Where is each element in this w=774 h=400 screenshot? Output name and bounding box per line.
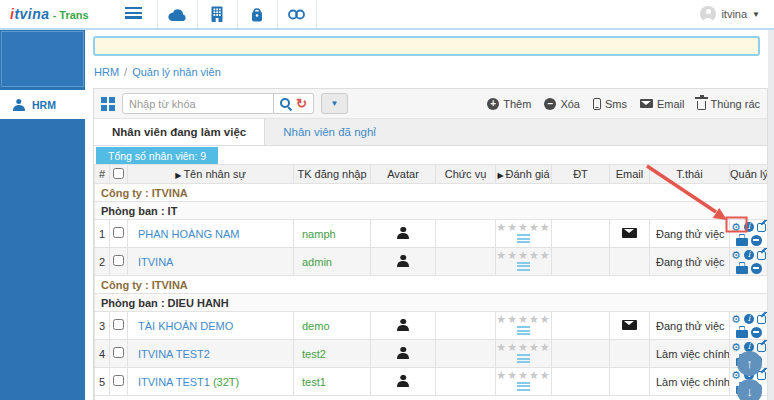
- sms-button[interactable]: Sms: [593, 98, 627, 110]
- rating-detail-icon[interactable]: [517, 326, 530, 335]
- nav-building-button[interactable]: [197, 0, 237, 28]
- briefcase-icon[interactable]: [736, 330, 748, 338]
- col-index: #: [95, 165, 110, 184]
- sort-icon: ▶: [497, 171, 503, 180]
- user-name: itvina: [721, 8, 747, 20]
- refresh-icon[interactable]: ↻: [296, 97, 307, 110]
- rating-detail-icon[interactable]: [517, 262, 530, 271]
- nav-cloud-button[interactable]: [157, 0, 197, 28]
- remove-icon[interactable]: [751, 327, 762, 338]
- employee-name-link[interactable]: ITVINA TEST1: [138, 376, 210, 388]
- edit-icon[interactable]: [757, 251, 766, 260]
- hamburger-menu-button[interactable]: [117, 7, 151, 21]
- rating-stars[interactable]: ★★★★★: [496, 342, 551, 353]
- col-name[interactable]: ▶Tên nhân sự: [128, 165, 294, 184]
- rating-stars[interactable]: ★★★★★: [496, 370, 551, 381]
- user-menu[interactable]: itvina ▼: [700, 6, 760, 22]
- breadcrumb-hrm-link[interactable]: HRM: [94, 66, 119, 78]
- edit-icon[interactable]: [757, 223, 766, 232]
- remove-icon[interactable]: [751, 263, 762, 274]
- envelope-icon[interactable]: [622, 320, 637, 330]
- search-toolbar: ↻ ▼ Thêm Xóa Sms: [94, 89, 767, 119]
- breadcrumb-current-link[interactable]: Quản lý nhân viên: [132, 66, 221, 78]
- management-actions: [730, 221, 767, 246]
- delete-button[interactable]: Xóa: [544, 98, 580, 110]
- select-all-checkbox[interactable]: [113, 168, 124, 179]
- settings-icon[interactable]: [731, 342, 741, 353]
- settings-icon[interactable]: [731, 250, 741, 261]
- rating-detail-icon[interactable]: [517, 354, 530, 363]
- envelope-icon[interactable]: [622, 228, 637, 238]
- username: test1: [294, 368, 371, 396]
- col-position: Chức vụ: [436, 165, 496, 184]
- scroll-to-top-button[interactable]: [737, 351, 762, 376]
- row-checkbox[interactable]: [113, 319, 124, 330]
- edit-icon[interactable]: [757, 315, 766, 324]
- username: test2: [294, 340, 371, 368]
- top-navbar: itvina - Trans itvina ▼: [0, 0, 774, 30]
- employee-name-link[interactable]: PHAN HOÀNG NAM: [138, 228, 239, 240]
- table-row: 5 ITVINA TEST1(32T) test1 ★★★★★ Làm việc…: [95, 368, 768, 396]
- sort-icon: ▶: [175, 171, 181, 180]
- briefcase-icon[interactable]: [736, 238, 748, 246]
- nav-link-button[interactable]: [277, 0, 317, 28]
- minus-circle-icon: [544, 98, 556, 110]
- avatar-icon: [397, 347, 410, 359]
- settings-icon[interactable]: [731, 222, 741, 233]
- search-icon[interactable]: [280, 98, 291, 109]
- global-search-input[interactable]: [93, 36, 760, 56]
- employee-name-link[interactable]: TÀI KHOẢN DEMO: [138, 320, 233, 332]
- rating-stars[interactable]: ★★★★★: [496, 250, 551, 261]
- phone-icon: [593, 98, 601, 110]
- nav-bag-button[interactable]: [237, 0, 277, 28]
- group-row-company: Công ty : ITVINA: [95, 184, 768, 202]
- breadcrumb-separator: /: [124, 66, 127, 78]
- row-checkbox[interactable]: [113, 227, 124, 238]
- rating-stars[interactable]: ★★★★★: [496, 222, 551, 233]
- keyword-search-input[interactable]: [122, 93, 274, 114]
- avatar-icon: [397, 319, 410, 331]
- col-checkbox: [110, 165, 128, 184]
- avatar-icon: [397, 375, 410, 387]
- grid-icon[interactable]: [101, 97, 115, 111]
- row-checkbox[interactable]: [113, 347, 124, 358]
- settings-icon[interactable]: [731, 314, 741, 325]
- briefcase-icon[interactable]: [736, 266, 748, 274]
- employee-name-link[interactable]: ITVINA TEST2: [138, 348, 210, 360]
- rating-detail-icon[interactable]: [517, 234, 530, 243]
- scroll-to-bottom-button[interactable]: [737, 379, 762, 400]
- main-content: HRM/Quản lý nhân viên ↻ ▼ Thêm Xóa: [85, 30, 768, 400]
- tab-working-employees[interactable]: Nhân viên đang làm việc: [94, 119, 265, 145]
- email-button[interactable]: Email: [640, 98, 685, 110]
- sidebar-item-hrm[interactable]: HRM: [0, 90, 85, 119]
- group-row-company: Công ty : DEMO: [95, 396, 768, 400]
- group-row-department: Phòng ban : DIEU HANH: [95, 294, 768, 312]
- add-button[interactable]: Thêm: [487, 98, 531, 110]
- chevron-down-icon: ▼: [752, 10, 760, 19]
- search-button-group[interactable]: ↻: [274, 93, 314, 114]
- trash-button[interactable]: Thùng rác: [697, 98, 760, 110]
- remove-icon[interactable]: [751, 235, 762, 246]
- col-username: TK đăng nhập: [294, 165, 371, 184]
- info-icon[interactable]: [744, 222, 754, 232]
- rating-stars[interactable]: ★★★★★: [496, 314, 551, 325]
- employee-table: # ▶Tên nhân sự TK đăng nhập Avatar Chức …: [94, 164, 768, 400]
- filter-dropdown-button[interactable]: ▼: [321, 93, 348, 114]
- col-rating[interactable]: ▶Đánh giá: [496, 165, 552, 184]
- app-logo: itvina - Trans: [10, 6, 89, 22]
- table-row: 3 TÀI KHOẢN DEMO demo ★★★★★ Đang thử việ…: [95, 312, 768, 340]
- info-icon[interactable]: [744, 314, 754, 324]
- col-avatar: Avatar: [371, 165, 436, 184]
- col-phone: ĐT: [552, 165, 610, 184]
- rating-detail-icon[interactable]: [517, 382, 530, 391]
- tab-resigned-employees[interactable]: Nhân viên đã nghỉ: [265, 119, 394, 145]
- info-icon[interactable]: [744, 250, 754, 260]
- employee-tabs: Nhân viên đang làm việc Nhân viên đã ngh…: [94, 119, 767, 146]
- caret-down-icon: ▼: [330, 99, 338, 108]
- row-checkbox[interactable]: [113, 255, 124, 266]
- edit-icon[interactable]: [757, 343, 766, 352]
- row-checkbox[interactable]: [113, 375, 124, 386]
- status-text: Làm việc chính t..: [650, 368, 730, 396]
- employee-name-link[interactable]: ITVINA: [138, 256, 173, 268]
- toolbar-actions: Thêm Xóa Sms Email Thùng rác: [487, 98, 760, 110]
